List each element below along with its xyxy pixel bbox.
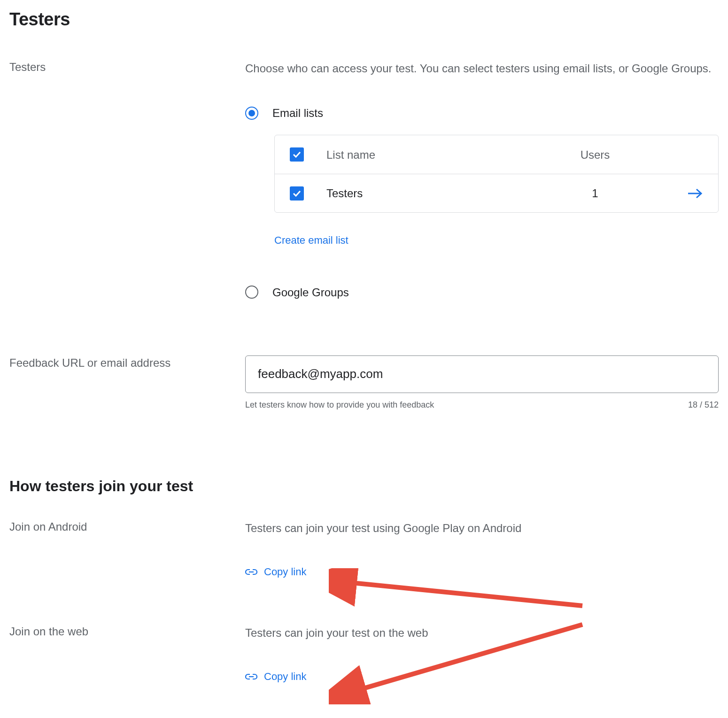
feedback-row-label: Feedback URL or email address <box>9 355 245 370</box>
how-testers-join-heading: How testers join your test <box>9 478 719 495</box>
join-android-row: Join on Android Testers can join your te… <box>9 519 719 580</box>
testers-heading: Testers <box>9 9 719 30</box>
table-header-row: List name Users <box>275 135 718 174</box>
arrow-right-icon <box>687 188 703 199</box>
check-icon <box>293 151 301 158</box>
table-row[interactable]: Testers 1 <box>275 174 718 212</box>
select-all-checkbox[interactable] <box>290 147 304 162</box>
copy-link-android-label: Copy link <box>264 564 306 580</box>
link-icon <box>245 673 257 680</box>
join-web-label: Join on the web <box>9 624 245 638</box>
radio-selected-icon <box>245 107 258 120</box>
copy-link-web-label: Copy link <box>264 669 306 685</box>
feedback-helper-text: Let testers know how to provide you with… <box>245 399 434 412</box>
copy-link-android-button[interactable]: Copy link <box>245 564 306 580</box>
svg-line-3 <box>348 582 582 606</box>
row-checkbox[interactable] <box>290 186 304 201</box>
join-web-content: Testers can join your test on the web Co… <box>245 624 719 685</box>
email-lists-table: List name Users Testers 1 <box>274 135 719 213</box>
link-icon <box>245 569 257 575</box>
join-web-row: Join on the web Testers can join your te… <box>9 624 719 685</box>
radio-unselected-icon <box>245 286 258 299</box>
header-users: Users <box>529 146 661 163</box>
create-email-list-link[interactable]: Create email list <box>274 232 349 248</box>
join-android-content: Testers can join your test using Google … <box>245 519 719 580</box>
join-web-desc: Testers can join your test on the web <box>245 626 428 639</box>
email-lists-option[interactable]: Email lists <box>245 104 719 122</box>
feedback-helper-row: Let testers know how to provide you with… <box>245 399 719 412</box>
testers-right-content: Choose who can access your test. You can… <box>245 60 719 314</box>
feedback-right-content: Let testers know how to provide you with… <box>245 355 719 412</box>
header-list-name: List name <box>326 146 529 163</box>
google-groups-label: Google Groups <box>272 284 349 301</box>
row-open-arrow[interactable] <box>661 188 703 199</box>
row-list-name: Testers <box>326 185 529 202</box>
row-users-count: 1 <box>529 185 661 202</box>
testers-settings-page: Testers Testers Choose who can access yo… <box>0 9 728 703</box>
check-icon <box>293 190 301 197</box>
join-android-desc: Testers can join your test using Google … <box>245 522 521 534</box>
feedback-input[interactable] <box>245 355 719 393</box>
join-android-label: Join on Android <box>9 519 245 533</box>
testers-description: Choose who can access your test. You can… <box>245 60 719 77</box>
google-groups-option[interactable]: Google Groups <box>245 284 719 301</box>
testers-row-label: Testers <box>9 60 245 74</box>
testers-access-row: Testers Choose who can access your test.… <box>9 60 719 314</box>
feedback-char-counter: 18 / 512 <box>688 399 719 412</box>
email-lists-label: Email lists <box>272 104 323 122</box>
copy-link-web-button[interactable]: Copy link <box>245 669 306 685</box>
feedback-row: Feedback URL or email address Let tester… <box>9 355 719 412</box>
